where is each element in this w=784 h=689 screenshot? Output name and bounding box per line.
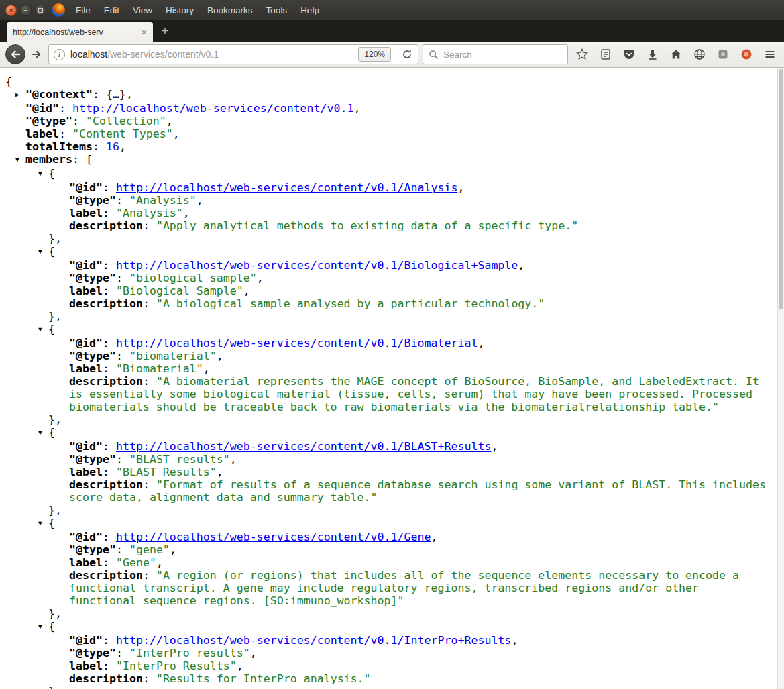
json-members-list: ▼{ "@id": http://localhost/web-services/… [0,167,777,689]
json-punct: : [143,672,156,685]
json-punct: : [103,634,116,647]
json-link[interactable]: http://localhost/web-services/content/v0… [116,440,491,453]
menubar-item-help[interactable]: Help [294,5,326,15]
json-line: }, [0,413,777,426]
url-text[interactable]: localhost/web-services/content/v0.1 [70,49,358,60]
json-punct: { [48,167,55,180]
menubar-item-bookmarks[interactable]: Bookmarks [201,5,260,15]
addon-button-orange[interactable] [740,48,752,60]
json-link[interactable]: http://localhost/web-services/content/v0… [116,337,478,350]
menubar-item-file[interactable]: File [69,5,97,15]
json-punct: : [116,272,129,284]
json-punct: : [116,350,129,362]
json-string-value: "InterPro results" [129,647,250,659]
browser-window: × − File Edit View History Bookmarks Too… [0,0,784,689]
json-line: ▼{ [0,245,777,259]
json-line: "@id": http://localhost/web-services/con… [0,531,777,543]
menubar: File Edit View History Bookmarks Tools H… [69,5,326,15]
collapse-toggle-icon[interactable]: ▼ [38,323,48,335]
tab-close-icon[interactable]: × [137,26,147,38]
zoom-level-badge[interactable]: 120% [358,47,391,62]
json-punct: : [143,569,156,582]
menubar-item-edit[interactable]: Edit [97,5,126,15]
forward-button[interactable] [30,49,44,60]
json-punct: }, [48,413,62,426]
close-button[interactable]: × [5,5,17,16]
pocket-button[interactable] [623,48,635,60]
scrollbar-track[interactable] [777,68,784,689]
collapse-toggle-icon[interactable]: ▼ [15,153,25,166]
search-bar[interactable] [423,44,568,64]
json-key: members [25,153,72,166]
menubar-item-history[interactable]: History [159,5,201,15]
json-string-value: "Analysis" [116,207,183,219]
json-line: ▼{ [0,426,777,440]
collapse-toggle-icon[interactable]: ▼ [38,245,48,258]
json-line: label: "InterPro Results", [0,659,777,672]
json-punct: { [48,323,55,335]
downloads-button[interactable] [647,48,659,60]
json-string-value: "biological sample" [129,272,257,284]
json-link[interactable]: http://localhost/web-services/content/v0… [116,259,518,272]
search-input[interactable] [443,50,562,60]
json-punct: , [197,194,203,207]
json-punct: : [116,543,129,556]
menubar-item-view[interactable]: View [126,5,159,15]
json-link[interactable]: http://localhost/web-services/content/v0… [116,181,458,194]
menubar-item-tools[interactable]: Tools [260,5,294,15]
json-line: "@id": http://localhost/web-services/con… [0,634,777,647]
maximize-button[interactable] [35,5,46,16]
json-punct: : [72,153,86,166]
page-info-icon[interactable]: i [54,49,65,60]
json-string-value: "A biological sample analysed by a parti… [156,297,545,310]
collapsed-object-placeholder[interactable]: {…} [106,88,126,101]
tab-localhost[interactable]: http://localhost/web-serv × [7,22,153,42]
tab-bar: http://localhost/web-serv × + [0,20,784,42]
json-key: totalItems [25,140,93,153]
json-punct: , [230,453,237,466]
collapse-toggle-icon[interactable]: ▼ [38,620,48,633]
json-line: ▶"@context": {…}, [0,88,777,102]
back-button[interactable] [5,44,25,64]
json-key: description [69,672,143,685]
globe-icon [693,48,706,60]
home-button[interactable] [670,48,682,60]
json-punct: : [93,140,106,153]
json-line: ▼{ [0,620,777,634]
minimize-button[interactable]: − [20,5,32,16]
menu-button[interactable] [764,48,776,60]
json-key: "@id" [69,259,103,272]
json-link[interactable]: http://localhost/web-services/content/v0… [72,102,354,115]
json-punct: , [243,284,250,297]
json-link[interactable]: http://localhost/web-services/content/v0… [116,531,431,543]
collapse-toggle-icon[interactable]: ▼ [38,517,48,529]
collapse-toggle-icon[interactable]: ▶ [15,88,25,101]
collapse-toggle-icon[interactable]: ▼ [38,426,48,439]
json-punct: , [354,102,361,115]
bookmark-star-button[interactable] [576,48,588,60]
json-punct: : [103,284,116,297]
json-punct: , [457,181,464,194]
new-tab-button[interactable]: + [161,24,169,38]
json-key: "@type" [69,272,116,284]
json-punct: : [72,115,86,127]
globe-button[interactable] [693,48,706,60]
addon-button-gray[interactable] [717,48,729,60]
scrollbar-thumb[interactable] [779,69,783,309]
url-path: /web-services/content/v0.1 [107,49,219,60]
json-punct: , [250,647,257,659]
url-bar[interactable]: i localhost/web-services/content/v0.1 12… [48,44,418,64]
json-punct: , [431,531,437,543]
back-arrow-icon [9,48,21,60]
json-key: description [69,297,143,310]
json-punct: [ [86,153,93,166]
json-link[interactable]: http://localhost/web-services/content/v0… [116,634,511,647]
reload-button[interactable] [396,45,418,64]
json-key: label [69,362,103,375]
bookmarks-button[interactable] [600,48,612,60]
json-punct: }, [48,685,62,689]
collapse-toggle-icon[interactable]: ▼ [38,167,48,180]
json-number-value: 16 [106,140,119,153]
json-line: { [0,75,777,88]
json-line: "@id": http://localhost/web-services/con… [0,259,777,272]
